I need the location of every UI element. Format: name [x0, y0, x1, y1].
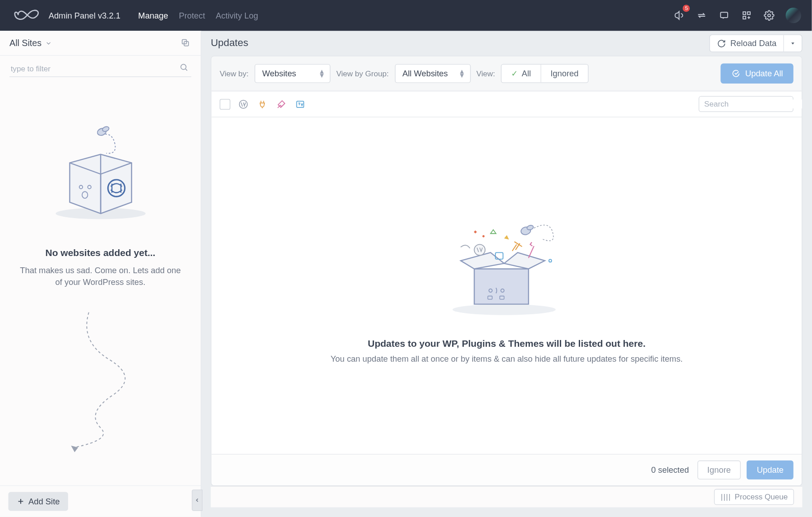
content: Updates Reload Data View by: Websites: [201, 31, 812, 517]
panel-empty-state: Updates to your WP, Plugins & Themes wil…: [212, 117, 802, 454]
select-all-checkbox[interactable]: [220, 99, 231, 110]
barcode-icon: ||||: [721, 493, 731, 502]
svg-point-36: [549, 259, 551, 262]
sidebar-head: All Sites: [0, 31, 201, 56]
nav-manage[interactable]: Manage: [137, 7, 170, 24]
toolbar: [212, 91, 802, 117]
search-input[interactable]: [704, 100, 803, 109]
plugin-icon[interactable]: [256, 98, 268, 110]
check-icon: ✓: [511, 69, 518, 78]
content-head: Updates Reload Data: [211, 31, 803, 56]
segment-ignored[interactable]: Ignored: [540, 65, 588, 82]
notification-badge: 5: [683, 5, 690, 12]
svg-point-35: [482, 235, 484, 237]
sidebar-title-dropdown[interactable]: All Sites: [9, 38, 52, 48]
panel-controls: View by: Websites ▲▼ View by Group: All …: [212, 56, 802, 91]
topbar-icons: 5: [674, 8, 802, 23]
process-queue-button[interactable]: |||| Process Queue: [714, 489, 794, 505]
dashed-arrow-icon: [53, 306, 148, 454]
reload-data-label: Reload Data: [730, 38, 776, 48]
add-site-button[interactable]: Add Site: [8, 492, 68, 511]
theme-icon[interactable]: [275, 98, 287, 110]
update-all-label: Update All: [745, 69, 783, 78]
message-icon[interactable]: [719, 9, 730, 21]
svg-point-4: [768, 14, 771, 17]
logo-icon: [11, 8, 43, 23]
ignore-button[interactable]: Ignore: [697, 461, 741, 480]
sidebar-empty-state: No websites added yet... That makes us s…: [0, 79, 201, 486]
svg-rect-0: [721, 12, 728, 18]
svg-point-32: [526, 224, 534, 230]
panel-title: Admin Panel v3.2.1: [49, 11, 120, 20]
view-by-group-value: All Websites: [402, 69, 448, 78]
translation-icon[interactable]: [294, 98, 306, 110]
segment-ignored-label: Ignored: [550, 69, 578, 78]
selected-count: 0 selected: [651, 466, 689, 475]
svg-point-15: [102, 126, 109, 132]
panel-footer: 0 selected Ignore Update: [212, 454, 802, 486]
svg-point-20: [240, 100, 248, 108]
view-by-group-label: View by Group:: [336, 69, 388, 78]
reload-group: Reload Data: [709, 34, 803, 52]
update-button[interactable]: Update: [747, 461, 794, 480]
segment-all-label: All: [521, 69, 531, 78]
collapse-sidebar-handle[interactable]: [192, 490, 203, 511]
svg-point-24: [452, 304, 556, 315]
grid-icon[interactable]: [741, 9, 752, 21]
nav-links: Manage Protect Activity Log: [137, 7, 259, 24]
wordpress-icon[interactable]: [237, 98, 249, 110]
view-by-label: View by:: [220, 69, 249, 78]
reload-data-button[interactable]: Reload Data: [710, 35, 784, 51]
sidebar-footer: Add Site: [0, 485, 201, 517]
avatar[interactable]: [786, 8, 801, 23]
megaphone-icon[interactable]: 5: [674, 9, 685, 21]
add-site-label: Add Site: [28, 497, 60, 506]
process-queue-label: Process Queue: [735, 493, 788, 502]
empty-box-illustration: [44, 115, 157, 230]
search-box: [699, 96, 794, 112]
segment-all[interactable]: ✓ All: [502, 65, 540, 82]
svg-rect-1: [743, 12, 746, 14]
update-all-button[interactable]: Update All: [720, 63, 794, 84]
gear-icon[interactable]: [763, 9, 775, 21]
filter-input[interactable]: [9, 61, 191, 77]
svg-rect-3: [743, 16, 746, 19]
svg-rect-37: [474, 230, 477, 233]
view-by-value: Websites: [262, 69, 296, 78]
svg-rect-2: [748, 12, 751, 14]
view-by-group-select[interactable]: All Websites ▲▼: [395, 64, 471, 83]
page-title: Updates: [211, 37, 248, 49]
view-by-select[interactable]: Websites ▲▼: [254, 64, 330, 83]
view-segment: ✓ All Ignored: [501, 64, 589, 83]
sync-icon[interactable]: [696, 9, 708, 21]
open-box-illustration: [442, 209, 572, 321]
empty-state-subtitle: You can update them all at once or by it…: [331, 354, 683, 363]
copy-icon[interactable]: [180, 37, 191, 48]
svg-line-8: [185, 69, 187, 71]
sort-icon: ▲▼: [318, 70, 325, 78]
svg-marker-19: [792, 42, 795, 44]
updates-panel: View by: Websites ▲▼ View by Group: All …: [211, 56, 803, 486]
sidebar: All Sites: [0, 31, 201, 517]
sidebar-empty-title: No websites added yet...: [46, 248, 156, 259]
topbar: Admin Panel v3.2.1 Manage Protect Activi…: [0, 0, 812, 31]
search-icon: [180, 63, 189, 72]
svg-marker-33: [490, 229, 496, 233]
nav-protect[interactable]: Protect: [178, 7, 206, 24]
empty-state-title: Updates to your WP, Plugins & Themes wil…: [368, 338, 646, 349]
view-label: View:: [476, 69, 495, 78]
sidebar-title-label: All Sites: [9, 38, 42, 48]
status-bar: |||| Process Queue: [211, 486, 803, 508]
svg-point-7: [181, 64, 186, 69]
nav-activity-log[interactable]: Activity Log: [215, 7, 259, 24]
svg-point-29: [474, 244, 485, 255]
svg-marker-34: [504, 235, 509, 239]
reload-caret-button[interactable]: [784, 35, 802, 51]
sidebar-empty-subtitle: That makes us sad. Come on. Lets add one…: [19, 264, 182, 288]
sort-icon: ▲▼: [459, 70, 465, 78]
